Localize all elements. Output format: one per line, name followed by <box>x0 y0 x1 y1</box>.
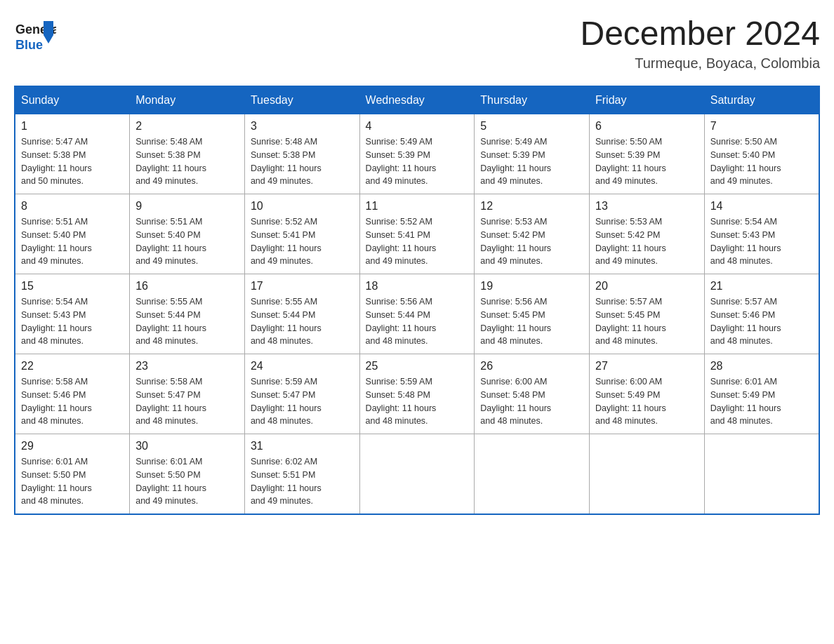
day-info: Sunrise: 6:01 AM Sunset: 5:49 PM Dayligh… <box>710 375 813 428</box>
day-number: 24 <box>251 360 354 373</box>
day-number: 12 <box>480 200 583 213</box>
day-cell: 30 Sunrise: 6:01 AM Sunset: 5:50 PM Dayl… <box>130 434 245 515</box>
header-sunday: Sunday <box>15 86 130 114</box>
day-number: 11 <box>366 200 469 213</box>
week-row-5: 29 Sunrise: 6:01 AM Sunset: 5:50 PM Dayl… <box>15 434 819 515</box>
day-cell <box>359 434 475 515</box>
day-number: 1 <box>21 120 124 133</box>
header-wednesday: Wednesday <box>359 86 475 114</box>
week-row-2: 8 Sunrise: 5:51 AM Sunset: 5:40 PM Dayli… <box>15 194 819 274</box>
logo-icon: General Blue <box>14 14 56 59</box>
location-title: Turmeque, Boyaca, Colombia <box>580 55 820 72</box>
day-cell: 9 Sunrise: 5:51 AM Sunset: 5:40 PM Dayli… <box>130 194 245 274</box>
title-section: December 2024 Turmeque, Boyaca, Colombia <box>580 14 820 72</box>
day-cell: 12 Sunrise: 5:53 AM Sunset: 5:42 PM Dayl… <box>475 194 590 274</box>
day-info: Sunrise: 5:47 AM Sunset: 5:38 PM Dayligh… <box>21 135 124 188</box>
month-title: December 2024 <box>580 14 820 53</box>
day-number: 2 <box>135 120 239 133</box>
day-cell: 3 Sunrise: 5:48 AM Sunset: 5:38 PM Dayli… <box>244 114 359 194</box>
day-info: Sunrise: 5:52 AM Sunset: 5:41 PM Dayligh… <box>366 215 469 268</box>
day-cell: 5 Sunrise: 5:49 AM Sunset: 5:39 PM Dayli… <box>475 114 590 194</box>
header-saturday: Saturday <box>704 86 819 114</box>
day-number: 14 <box>710 200 813 213</box>
day-number: 22 <box>21 360 124 373</box>
day-info: Sunrise: 5:48 AM Sunset: 5:38 PM Dayligh… <box>251 135 354 188</box>
day-cell: 28 Sunrise: 6:01 AM Sunset: 5:49 PM Dayl… <box>704 354 819 434</box>
day-cell: 22 Sunrise: 5:58 AM Sunset: 5:46 PM Dayl… <box>15 354 130 434</box>
day-cell: 26 Sunrise: 6:00 AM Sunset: 5:48 PM Dayl… <box>475 354 590 434</box>
day-cell: 10 Sunrise: 5:52 AM Sunset: 5:41 PM Dayl… <box>244 194 359 274</box>
day-info: Sunrise: 5:58 AM Sunset: 5:46 PM Dayligh… <box>21 375 124 428</box>
day-cell: 2 Sunrise: 5:48 AM Sunset: 5:38 PM Dayli… <box>130 114 245 194</box>
day-info: Sunrise: 5:53 AM Sunset: 5:42 PM Dayligh… <box>595 215 699 268</box>
day-cell: 1 Sunrise: 5:47 AM Sunset: 5:38 PM Dayli… <box>15 114 130 194</box>
day-cell: 25 Sunrise: 5:59 AM Sunset: 5:48 PM Dayl… <box>359 354 475 434</box>
day-number: 15 <box>21 280 124 293</box>
week-row-3: 15 Sunrise: 5:54 AM Sunset: 5:43 PM Dayl… <box>15 274 819 354</box>
day-info: Sunrise: 5:49 AM Sunset: 5:39 PM Dayligh… <box>480 135 583 188</box>
day-cell <box>475 434 590 515</box>
day-cell: 17 Sunrise: 5:55 AM Sunset: 5:44 PM Dayl… <box>244 274 359 354</box>
day-info: Sunrise: 6:01 AM Sunset: 5:50 PM Dayligh… <box>21 455 124 508</box>
day-number: 27 <box>595 360 699 373</box>
day-info: Sunrise: 5:51 AM Sunset: 5:40 PM Dayligh… <box>135 215 239 268</box>
day-cell: 29 Sunrise: 6:01 AM Sunset: 5:50 PM Dayl… <box>15 434 130 515</box>
day-number: 3 <box>251 120 354 133</box>
day-cell: 15 Sunrise: 5:54 AM Sunset: 5:43 PM Dayl… <box>15 274 130 354</box>
day-cell: 14 Sunrise: 5:54 AM Sunset: 5:43 PM Dayl… <box>704 194 819 274</box>
day-number: 23 <box>135 360 239 373</box>
day-cell: 6 Sunrise: 5:50 AM Sunset: 5:39 PM Dayli… <box>590 114 705 194</box>
day-cell: 8 Sunrise: 5:51 AM Sunset: 5:40 PM Dayli… <box>15 194 130 274</box>
header-thursday: Thursday <box>475 86 590 114</box>
day-number: 9 <box>135 200 239 213</box>
day-info: Sunrise: 6:00 AM Sunset: 5:49 PM Dayligh… <box>595 375 699 428</box>
day-number: 8 <box>21 200 124 213</box>
header-monday: Monday <box>130 86 245 114</box>
day-info: Sunrise: 5:49 AM Sunset: 5:39 PM Dayligh… <box>366 135 469 188</box>
svg-marker-1 <box>44 21 53 35</box>
day-number: 6 <box>595 120 699 133</box>
day-number: 13 <box>595 200 699 213</box>
day-cell: 7 Sunrise: 5:50 AM Sunset: 5:40 PM Dayli… <box>704 114 819 194</box>
day-cell: 21 Sunrise: 5:57 AM Sunset: 5:46 PM Dayl… <box>704 274 819 354</box>
day-info: Sunrise: 5:48 AM Sunset: 5:38 PM Dayligh… <box>135 135 239 188</box>
day-info: Sunrise: 5:56 AM Sunset: 5:44 PM Dayligh… <box>366 295 469 348</box>
day-info: Sunrise: 5:54 AM Sunset: 5:43 PM Dayligh… <box>21 295 124 348</box>
day-number: 16 <box>135 280 239 293</box>
day-info: Sunrise: 5:50 AM Sunset: 5:40 PM Dayligh… <box>710 135 813 188</box>
day-cell: 13 Sunrise: 5:53 AM Sunset: 5:42 PM Dayl… <box>590 194 705 274</box>
day-info: Sunrise: 5:59 AM Sunset: 5:48 PM Dayligh… <box>366 375 469 428</box>
day-info: Sunrise: 5:57 AM Sunset: 5:45 PM Dayligh… <box>595 295 699 348</box>
day-info: Sunrise: 5:55 AM Sunset: 5:44 PM Dayligh… <box>135 295 239 348</box>
calendar-header-row: SundayMondayTuesdayWednesdayThursdayFrid… <box>15 86 819 114</box>
day-number: 26 <box>480 360 583 373</box>
day-info: Sunrise: 5:58 AM Sunset: 5:47 PM Dayligh… <box>135 375 239 428</box>
day-number: 7 <box>710 120 813 133</box>
day-cell: 31 Sunrise: 6:02 AM Sunset: 5:51 PM Dayl… <box>244 434 359 515</box>
day-cell: 11 Sunrise: 5:52 AM Sunset: 5:41 PM Dayl… <box>359 194 475 274</box>
day-info: Sunrise: 5:53 AM Sunset: 5:42 PM Dayligh… <box>480 215 583 268</box>
page-header: General Blue December 2024 Turmeque, Boy… <box>14 14 820 72</box>
day-number: 17 <box>251 280 354 293</box>
day-cell <box>704 434 819 515</box>
header-tuesday: Tuesday <box>244 86 359 114</box>
svg-text:Blue: Blue <box>15 38 43 52</box>
day-info: Sunrise: 5:55 AM Sunset: 5:44 PM Dayligh… <box>251 295 354 348</box>
day-info: Sunrise: 5:51 AM Sunset: 5:40 PM Dayligh… <box>21 215 124 268</box>
day-cell: 18 Sunrise: 5:56 AM Sunset: 5:44 PM Dayl… <box>359 274 475 354</box>
week-row-1: 1 Sunrise: 5:47 AM Sunset: 5:38 PM Dayli… <box>15 114 819 194</box>
day-cell <box>590 434 705 515</box>
day-number: 28 <box>710 360 813 373</box>
day-cell: 4 Sunrise: 5:49 AM Sunset: 5:39 PM Dayli… <box>359 114 475 194</box>
day-info: Sunrise: 5:52 AM Sunset: 5:41 PM Dayligh… <box>251 215 354 268</box>
day-cell: 24 Sunrise: 5:59 AM Sunset: 5:47 PM Dayl… <box>244 354 359 434</box>
day-number: 10 <box>251 200 354 213</box>
day-number: 25 <box>366 360 469 373</box>
day-number: 4 <box>366 120 469 133</box>
logo: General Blue <box>14 14 56 59</box>
day-info: Sunrise: 5:56 AM Sunset: 5:45 PM Dayligh… <box>480 295 583 348</box>
day-number: 18 <box>366 280 469 293</box>
day-cell: 23 Sunrise: 5:58 AM Sunset: 5:47 PM Dayl… <box>130 354 245 434</box>
day-number: 21 <box>710 280 813 293</box>
day-number: 29 <box>21 440 124 452</box>
